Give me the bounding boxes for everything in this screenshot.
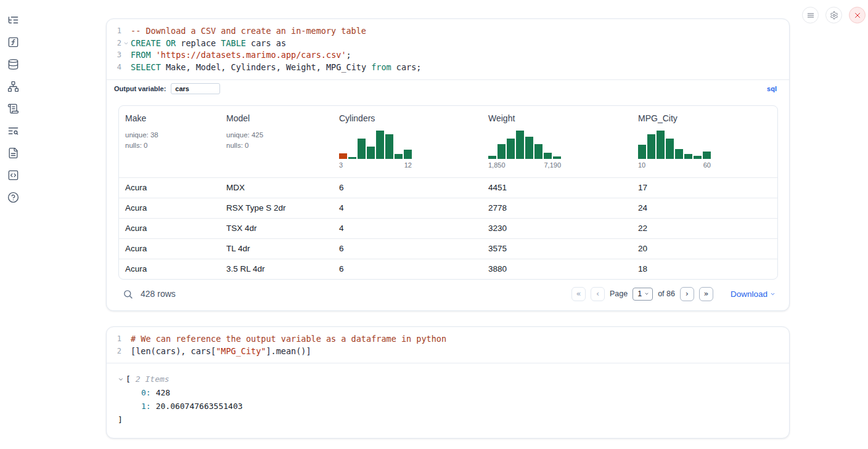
tree-entry-key: 1:	[141, 400, 151, 413]
table-cell: 3880	[482, 264, 632, 273]
histogram-bar[interactable]	[367, 147, 375, 159]
shutdown-button[interactable]	[849, 7, 866, 23]
scratchpad-icon[interactable]	[5, 100, 21, 116]
histogram-bar[interactable]	[488, 156, 496, 159]
table-row: AcuraRSX Type S 2dr4277824	[119, 198, 777, 218]
helper-panel-sidebar	[0, 0, 26, 205]
prev-page-button[interactable]: ‹	[591, 287, 605, 301]
histogram-bar[interactable]	[525, 137, 533, 159]
line-number: 4	[107, 62, 121, 74]
chevron-down-icon	[770, 291, 776, 297]
histogram-bar[interactable]	[404, 150, 412, 159]
settings-button[interactable]	[825, 7, 842, 23]
table-cell: MDX	[220, 183, 333, 192]
table-cell: Acura	[119, 264, 220, 273]
histogram-bar[interactable]	[376, 131, 384, 159]
tree-entry-key: 0:	[141, 386, 151, 400]
file-explorer-icon[interactable]	[5, 12, 21, 28]
column-histogram: 312	[339, 129, 412, 169]
close-bracket: ]	[118, 413, 789, 427]
code-text: FROM 'https://datasets.marimo.app/cars.c…	[131, 49, 351, 62]
histogram-bar[interactable]	[516, 131, 524, 159]
hamburger-icon	[806, 11, 815, 20]
table-row: AcuraTSX 4dr4323022	[119, 218, 777, 238]
table-cell: 17	[632, 183, 777, 192]
tree-entry-value: 428	[156, 386, 170, 400]
histogram-bar[interactable]	[385, 134, 393, 159]
page-select-value: 1	[637, 289, 642, 298]
page-label: Page	[610, 289, 628, 298]
histogram-bar[interactable]	[534, 144, 542, 159]
code-text: [len(cars), cars["MPG_City"].mean()]	[131, 346, 311, 358]
histogram-bar[interactable]	[544, 153, 552, 159]
datasources-icon[interactable]	[5, 56, 21, 72]
notebook-menu-button[interactable]	[802, 7, 819, 23]
first-page-button[interactable]: «	[571, 287, 586, 301]
table-cell: 24	[632, 203, 777, 212]
histogram-bar[interactable]	[694, 156, 702, 159]
histogram-axis-label: 7,190	[544, 161, 561, 169]
code-text: CREATE OR replace TABLE cars as	[131, 38, 286, 50]
last-page-button[interactable]: »	[699, 287, 713, 301]
table-cell: 4	[333, 203, 482, 212]
documentation-icon[interactable]	[5, 145, 21, 161]
table-cell: 3.5 RL 4dr	[220, 264, 333, 273]
download-button[interactable]: Download	[731, 289, 776, 299]
fold-chevron-icon[interactable]	[121, 38, 131, 50]
table-cell: TSX 4dr	[220, 224, 333, 233]
help-icon[interactable]	[5, 189, 21, 205]
code-line: 1-- Download a CSV and create an in-memo…	[107, 25, 789, 38]
histogram-bar[interactable]	[638, 145, 646, 159]
column-header[interactable]: Model	[226, 113, 327, 123]
search-icon	[123, 289, 133, 299]
line-number: 2	[107, 38, 121, 50]
histogram-bar[interactable]	[358, 139, 366, 159]
code-text: SELECT Make, Model, Cylinders, Weight, M…	[131, 62, 421, 74]
next-page-button[interactable]: ›	[680, 287, 694, 301]
histogram-bar[interactable]	[675, 149, 683, 159]
sql-code-editor[interactable]: 1-- Download a CSV and create an in-memo…	[107, 19, 789, 80]
histogram-axis-label: 60	[703, 161, 711, 169]
histogram-bar[interactable]	[497, 144, 506, 159]
table-header-cell: Modelunique: 425nulls: 0	[220, 106, 333, 177]
histogram-bar[interactable]	[666, 139, 674, 159]
code-text: # We can reference the output variable a…	[131, 333, 446, 346]
collapse-chevron-icon[interactable]	[118, 376, 126, 382]
page-select[interactable]: 1	[633, 288, 653, 301]
logs-icon[interactable]	[5, 123, 21, 139]
histogram-bar[interactable]	[395, 154, 403, 159]
gear-icon	[830, 11, 838, 20]
code-line: 1# We can reference the output variable …	[107, 333, 789, 346]
column-header[interactable]: Cylinders	[339, 113, 476, 123]
table-cell: Acura	[119, 244, 220, 253]
column-histogram: 1060	[638, 129, 711, 169]
variables-icon[interactable]	[5, 34, 21, 50]
histogram-bar[interactable]	[647, 134, 655, 159]
output-variable-input[interactable]	[171, 83, 220, 94]
line-number: 3	[107, 49, 121, 62]
output-variable-row: Output variable: sql	[107, 80, 789, 97]
histogram-bar[interactable]	[657, 131, 665, 159]
snippets-icon[interactable]	[5, 167, 21, 183]
search-button[interactable]	[123, 289, 133, 299]
histogram-bar[interactable]	[684, 154, 692, 159]
column-histogram: 1,8507,190	[488, 129, 561, 169]
dataframe-table: Makeunique: 38nulls: 0Modelunique: 425nu…	[118, 105, 778, 280]
histogram-bar[interactable]	[348, 157, 356, 159]
histogram-bar[interactable]	[553, 156, 561, 159]
code-text: -- Download a CSV and create an in-memor…	[131, 25, 366, 38]
python-code-editor[interactable]: 1# We can reference the output variable …	[107, 327, 789, 363]
tree-entries: 0:4281:20.060747663551403	[118, 386, 789, 413]
code-line: 2[len(cars), cars["MPG_City"].mean()]	[107, 346, 789, 358]
histogram-bar[interactable]	[339, 153, 347, 159]
column-header[interactable]: Make	[125, 113, 214, 123]
language-badge[interactable]: sql	[767, 85, 777, 92]
dependency-graph-icon[interactable]	[5, 78, 21, 94]
tree-root-line: [ 2 Items	[118, 373, 789, 386]
table-cell: 4451	[482, 183, 632, 192]
histogram-bar[interactable]	[507, 139, 515, 159]
column-header[interactable]: MPG_City	[638, 113, 771, 123]
column-header[interactable]: Weight	[488, 113, 626, 123]
histogram-bar[interactable]	[703, 152, 711, 159]
open-bracket: [	[126, 373, 131, 386]
